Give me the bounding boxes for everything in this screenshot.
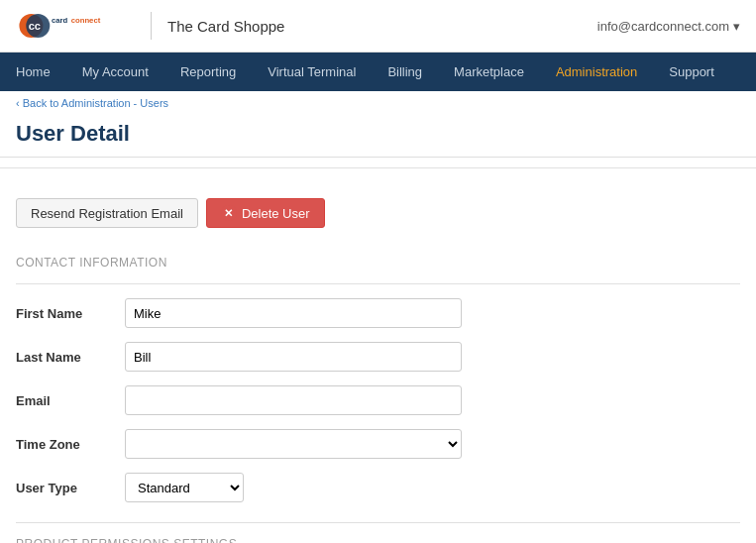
main-nav: Home My Account Reporting Virtual Termin…: [0, 53, 756, 91]
svg-text:connect: connect: [71, 16, 101, 25]
user-email-text: info@cardconnect.com: [597, 19, 729, 34]
first-name-label: First Name: [16, 306, 125, 321]
nav-virtual-terminal[interactable]: Virtual Terminal: [252, 53, 372, 91]
last-name-row: Last Name: [16, 342, 740, 372]
nav-my-account[interactable]: My Account: [66, 53, 164, 91]
nav-billing[interactable]: Billing: [372, 53, 438, 91]
svg-text:card: card: [52, 16, 68, 25]
breadcrumb: ‹ Back to Administration - Users: [0, 91, 756, 115]
logo-area: c c card connect The Card Shoppe: [16, 8, 284, 44]
contact-section-title: Contact Information: [16, 248, 740, 270]
chevron-down-icon: ▾: [733, 19, 740, 34]
delete-user-button[interactable]: ✕ Delete User: [206, 198, 325, 228]
last-name-input[interactable]: [125, 342, 462, 372]
breadcrumb-link[interactable]: ‹ Back to Administration - Users: [16, 97, 168, 109]
resend-email-button[interactable]: Resend Registration Email: [16, 198, 198, 228]
nav-support[interactable]: Support: [653, 53, 730, 91]
timezone-select[interactable]: [125, 429, 462, 459]
email-input[interactable]: [125, 385, 462, 415]
nav-marketplace[interactable]: Marketplace: [438, 53, 540, 91]
timezone-row: Time Zone: [16, 429, 740, 459]
last-name-label: Last Name: [16, 350, 125, 365]
nav-administration[interactable]: Administration: [540, 53, 653, 91]
page-title: User Detail: [16, 121, 740, 147]
user-email-menu[interactable]: info@cardconnect.com ▾: [597, 19, 740, 34]
email-row: Email: [16, 385, 740, 415]
shop-name: The Card Shoppe: [167, 18, 284, 35]
user-type-select[interactable]: Standard Admin: [125, 473, 244, 502]
timezone-label: Time Zone: [16, 437, 125, 452]
svg-text:c: c: [35, 20, 41, 32]
cardconnect-logo: c c card connect: [16, 8, 135, 44]
nav-reporting[interactable]: Reporting: [164, 53, 252, 91]
nav-home[interactable]: Home: [0, 53, 66, 91]
action-buttons: Resend Registration Email ✕ Delete User: [16, 198, 740, 228]
top-bar: c c card connect The Card Shoppe info@ca…: [0, 0, 756, 53]
page-header: User Detail: [0, 115, 756, 158]
email-label: Email: [16, 393, 125, 408]
logo-divider: [151, 12, 152, 40]
user-type-row: User Type Standard Admin: [16, 473, 740, 502]
content-area: Resend Registration Email ✕ Delete User …: [0, 182, 756, 543]
delete-icon: ✕: [221, 205, 237, 221]
permissions-section: Product Permissions Settings ✓ Virtual T…: [16, 522, 740, 543]
user-type-label: User Type: [16, 481, 125, 495]
first-name-row: First Name: [16, 298, 740, 328]
permissions-title: Product Permissions Settings: [16, 537, 740, 543]
first-name-input[interactable]: [125, 298, 462, 328]
